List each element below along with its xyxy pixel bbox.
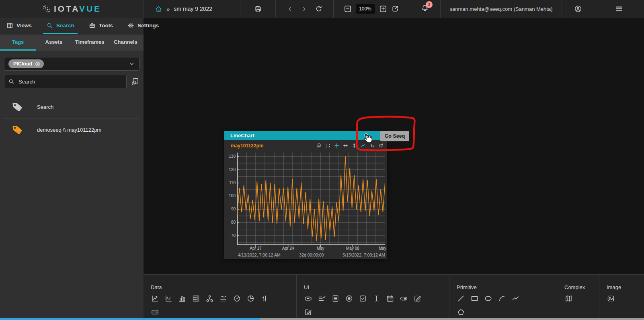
zoom-level[interactable]: 100% [356, 4, 375, 14]
chart-trend-icon[interactable] [151, 294, 159, 303]
palette-section-image: Image [599, 275, 644, 320]
forward-icon[interactable] [301, 6, 308, 12]
search-box-icon[interactable] [316, 143, 322, 148]
linechart-widget[interactable]: LineChart may101122pm 708090100110120130… [224, 131, 387, 259]
bar-chart-icon[interactable] [178, 294, 187, 303]
palette-label: Image [607, 284, 644, 290]
expand-icon[interactable] [325, 143, 330, 148]
dot-matrix-icon[interactable] [219, 294, 228, 303]
widget-toolbar [316, 143, 384, 148]
search-field[interactable] [4, 75, 127, 88]
toggle-icon[interactable] [400, 294, 408, 303]
text-list-icon[interactable] [331, 294, 340, 303]
nav-tools[interactable]: Tools [86, 18, 116, 34]
v-resize-icon[interactable] [352, 143, 357, 148]
dots-logo-icon [42, 4, 51, 13]
numeric-display-icon[interactable]: 123 [151, 308, 159, 316]
design-canvas[interactable] [144, 18, 644, 274]
y-axis-tick-label: 120 [225, 167, 236, 172]
tab-tags[interactable]: Tags [0, 35, 36, 51]
menu-section [594, 0, 644, 18]
y-axis-tick-label: 130 [225, 154, 236, 159]
text-input-icon[interactable] [372, 294, 381, 303]
data-table-icon[interactable] [192, 294, 200, 303]
back-icon[interactable] [287, 6, 293, 12]
gear-icon [127, 22, 134, 29]
app-screen: IOTAVUE » sm may 9 2022 100% 3 sanma [0, 0, 644, 320]
move-icon[interactable] [334, 143, 339, 148]
palette-row [607, 294, 644, 303]
horizontal-scrollbar[interactable] [0, 318, 644, 320]
app-logo: IOTAVUE [0, 0, 144, 18]
nav-search-label: Search [56, 22, 74, 29]
zoom-out-icon[interactable] [344, 5, 352, 13]
image-icon[interactable] [607, 294, 615, 303]
palette-row-2 [457, 308, 557, 316]
gauge-icon[interactable] [233, 294, 241, 303]
multi-select-icon[interactable] [318, 294, 326, 303]
palette-row-2 [304, 308, 449, 316]
checkbox-icon[interactable] [359, 294, 367, 303]
series-label: may101122pm [231, 143, 263, 149]
close-circle-icon[interactable] [35, 61, 41, 67]
tag-icon [11, 100, 24, 114]
tab-channels[interactable]: Channels [108, 35, 144, 51]
palette-section-ui: UI [296, 275, 449, 320]
palette-row [457, 294, 557, 303]
top-bar: IOTAVUE » sm may 9 2022 100% 3 sanma [0, 0, 644, 18]
account-icon[interactable] [574, 5, 582, 13]
search-box-icon[interactable] [131, 77, 139, 86]
ellipse-icon[interactable] [484, 294, 492, 303]
main-nav: Views Search Tools Settings [0, 18, 144, 35]
scatter-plot-icon[interactable] [164, 294, 173, 303]
arc-icon[interactable] [498, 294, 506, 303]
scrollbar-thumb[interactable] [0, 318, 260, 320]
pie-chart-icon[interactable] [246, 294, 255, 303]
nav-search[interactable]: Search [43, 18, 78, 34]
tag-search-row [4, 75, 139, 88]
breadcrumb: » sm may 9 2022 [144, 0, 240, 18]
nav-views[interactable]: Views [3, 18, 35, 34]
x-axis-tick-label: May [379, 246, 386, 251]
go-seeq-tooltip[interactable]: Go Seeq [380, 131, 409, 141]
edit-box-icon[interactable] [413, 294, 422, 303]
hamburger-menu-icon[interactable] [615, 5, 623, 13]
sliders-icon[interactable] [260, 294, 269, 303]
tab-timeframes[interactable]: Timeframes [72, 35, 108, 51]
pentagon-icon[interactable] [457, 308, 465, 316]
open-external-icon[interactable] [391, 5, 399, 13]
palette-section-data: Data 123 [144, 275, 296, 320]
refresh-icon[interactable] [315, 5, 323, 13]
cursor-hand-icon [361, 131, 375, 145]
home-icon[interactable] [155, 5, 162, 13]
search-input[interactable] [18, 78, 123, 85]
range-end: 5/15/2022, 7:00:12 AM [343, 253, 385, 257]
zoom-in-icon[interactable] [379, 5, 387, 13]
datasource-dropdown[interactable]: PICloud [4, 57, 139, 71]
rectangle-icon[interactable] [470, 294, 479, 303]
breadcrumb-title: sm may 9 2022 [174, 6, 212, 12]
button-icon[interactable] [304, 294, 312, 303]
notifications-button[interactable]: 3 [421, 4, 429, 14]
refresh-mini-icon[interactable] [378, 143, 384, 148]
save-section [240, 0, 276, 18]
hierarchy-icon[interactable] [205, 294, 214, 303]
tab-assets[interactable]: Assets [36, 35, 72, 51]
polyline-icon[interactable] [511, 294, 520, 303]
edit-box-icon[interactable] [304, 308, 312, 316]
h-resize-icon[interactable] [343, 143, 348, 148]
filter-chip-picloud[interactable]: PICloud [8, 59, 44, 68]
date-picker-icon[interactable] [386, 294, 394, 303]
list-item-label: Search [37, 104, 53, 110]
map-icon[interactable] [564, 294, 573, 303]
save-icon[interactable] [254, 5, 262, 13]
nav-settings[interactable]: Settings [124, 18, 162, 34]
zoom-section: 100% [334, 0, 409, 18]
line-icon[interactable] [457, 294, 465, 303]
chart-footer: 4/13/2022, 7:00:12 AM 32d 00:00:00 5/15/… [238, 253, 385, 257]
radio-icon[interactable] [345, 294, 353, 303]
list-item-search[interactable]: Search [4, 96, 139, 117]
list-item-demoseeq[interactable]: demoseeq \\ may101122pm [4, 119, 139, 140]
component-palette: Data 123 UI Primitive Complex Image [144, 274, 644, 320]
palette-row [151, 294, 296, 303]
